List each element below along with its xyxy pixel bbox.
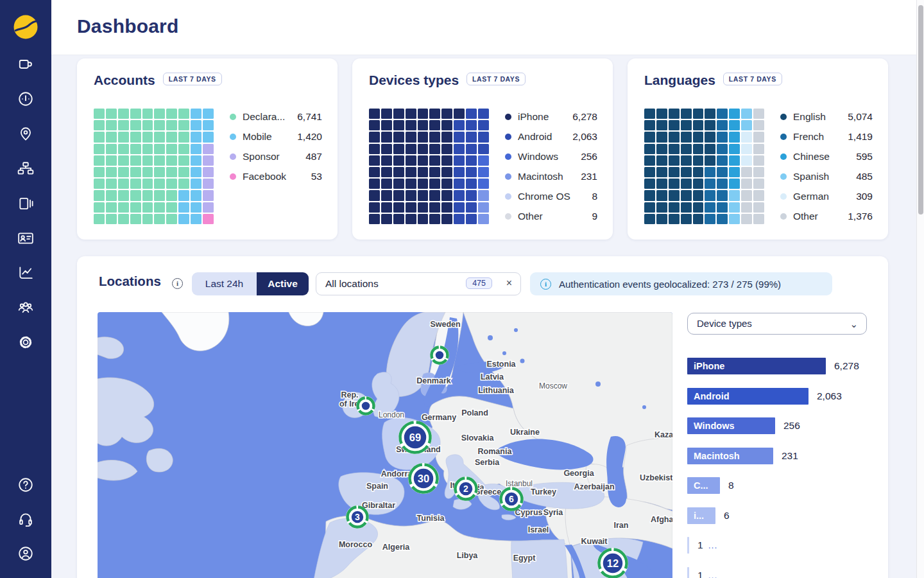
- account-icon[interactable]: [17, 545, 34, 562]
- waffle-cell: [693, 109, 704, 119]
- gear-icon[interactable]: [17, 334, 34, 351]
- content-area: AccountsLAST 7 DAYS Declara...6,741Mobil…: [51, 55, 916, 578]
- map-marker[interactable]: [430, 346, 449, 365]
- device-bar-label: C...: [687, 480, 708, 491]
- legend-dot: [780, 134, 787, 140]
- line-chart-icon[interactable]: [17, 265, 34, 281]
- users-icon[interactable]: [17, 299, 34, 316]
- legend-row: Other1,376: [780, 206, 873, 226]
- map-label: Moscow: [539, 381, 567, 390]
- waffle-cell: [705, 132, 715, 142]
- waffle-cell: [406, 202, 416, 213]
- legend-dot: [230, 134, 236, 140]
- waffle-cell: [166, 190, 177, 200]
- waffle-cell: [644, 167, 655, 177]
- locations-filter-input[interactable]: All locations 475 ×: [316, 272, 521, 295]
- map-marker[interactable]: 12: [597, 548, 628, 578]
- waffle-cell: [381, 144, 392, 154]
- toggle-last-24h[interactable]: Last 24h: [192, 272, 257, 295]
- waffle-cell: [130, 190, 141, 200]
- waffle-cell: [369, 179, 380, 189]
- waffle-cell: [753, 144, 764, 154]
- world-map[interactable]: SwedenEstoniaLatviaLithuaniaDenmarkPolan…: [98, 312, 672, 578]
- waffle-cell: [418, 132, 429, 142]
- waffle-cell: [753, 120, 764, 130]
- waffle-cell: [118, 120, 129, 130]
- map-label: Denmark: [416, 376, 451, 385]
- headset-icon[interactable]: [17, 511, 34, 527]
- map-marker[interactable]: 6: [499, 487, 524, 511]
- waffle-cell: [369, 155, 380, 166]
- chevron-down-icon: ⌄: [850, 314, 858, 335]
- sitemap-icon[interactable]: [17, 161, 34, 177]
- page-title: Dashboard: [77, 15, 179, 37]
- help-icon[interactable]: [17, 477, 34, 493]
- waffle-cell: [203, 144, 214, 154]
- legend-row: iPhone6,278: [505, 107, 597, 127]
- waffle-cell: [717, 144, 728, 154]
- device-bar: iPhone: [687, 358, 826, 374]
- map-marker[interactable]: 30: [408, 463, 439, 494]
- page-scrollbar-thumb[interactable]: [918, 5, 923, 215]
- contact-card-icon[interactable]: [17, 230, 34, 247]
- waffle-cell: [418, 109, 429, 119]
- device-types-legend: iPhone6,278Android2,063Windows256Macinto…: [505, 107, 597, 226]
- waffle-cell: [644, 120, 655, 130]
- waffle-cell: [454, 120, 465, 130]
- carousel-icon[interactable]: [17, 195, 34, 212]
- device-types-waffle-chart: [369, 109, 489, 224]
- map-marker[interactable]: 2: [454, 477, 478, 501]
- waffle-cell: [142, 155, 153, 166]
- waffle-cell: [381, 155, 392, 166]
- device-bar-row: Macintosh231: [687, 448, 887, 464]
- waffle-cell: [466, 155, 477, 166]
- toggle-active[interactable]: Active: [257, 272, 309, 295]
- waffle-cell: [429, 202, 440, 213]
- waffle-cell: [729, 167, 740, 177]
- map-marker[interactable]: [356, 396, 375, 416]
- waffle-cell: [644, 132, 655, 142]
- legend-row: French1,419: [780, 127, 873, 146]
- waffle-cell: [154, 179, 165, 189]
- waffle-cell: [154, 120, 165, 130]
- waffle-cell: [454, 167, 465, 177]
- waffle-cell: [118, 132, 129, 142]
- device-bar-label: iPhone: [687, 361, 724, 371]
- info-icon[interactable]: i: [172, 278, 183, 289]
- waffle-cell: [381, 132, 392, 142]
- waffle-cell: [191, 190, 201, 200]
- legend-dot: [780, 114, 787, 120]
- waffle-cell: [681, 155, 692, 166]
- map-label: Cyprus: [515, 508, 542, 517]
- waffle-cell: [203, 120, 214, 130]
- device-types-dropdown[interactable]: Device types ⌄: [687, 313, 867, 335]
- waffle-cell: [130, 155, 141, 166]
- waffle-cell: [106, 132, 117, 142]
- location-pin-icon[interactable]: [17, 126, 34, 143]
- legend-label: Other: [518, 211, 592, 222]
- gauge-icon[interactable]: [17, 91, 34, 107]
- waffle-cell: [681, 109, 692, 119]
- waffle-cell: [94, 167, 105, 177]
- map-marker[interactable]: 69: [398, 421, 432, 454]
- waffle-cell: [466, 120, 477, 130]
- clear-filter-icon[interactable]: ×: [506, 277, 512, 289]
- waffle-cell: [406, 144, 416, 154]
- legend-label: iPhone: [518, 111, 572, 123]
- waffle-cell: [656, 167, 667, 177]
- waffle-cell: [705, 190, 715, 200]
- waffle-cell: [154, 144, 165, 154]
- map-marker[interactable]: 3: [346, 505, 369, 529]
- device-bar-row: Android2,063: [687, 388, 887, 405]
- device-bar-row: 1...: [687, 567, 887, 578]
- legend-label: French: [793, 131, 848, 143]
- waffle-cell: [118, 167, 129, 177]
- waffle-cell: [142, 202, 153, 213]
- waffle-cell: [478, 132, 489, 142]
- waffle-cell: [741, 155, 752, 166]
- waffle-cell: [441, 109, 452, 119]
- page-scrollbar-track[interactable]: [916, 0, 924, 578]
- badge-icon[interactable]: [17, 56, 34, 73]
- waffle-cell: [656, 179, 667, 189]
- app-logo[interactable]: [13, 14, 38, 40]
